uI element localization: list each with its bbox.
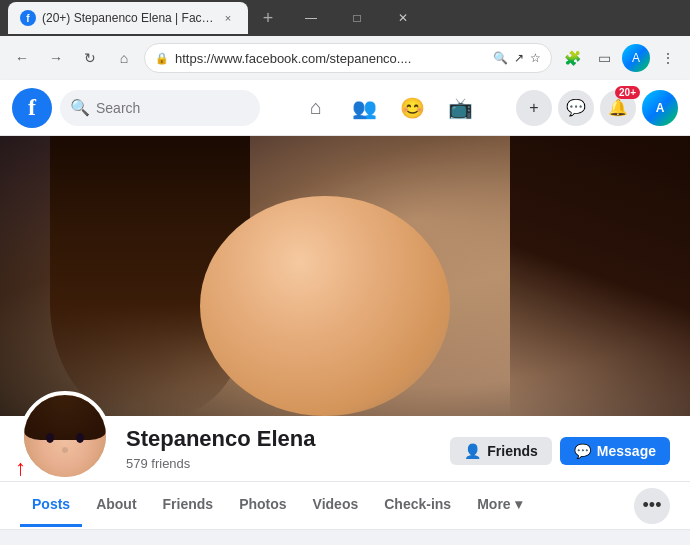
nav-item-posts[interactable]: Posts — [20, 484, 82, 527]
more-options-button[interactable]: ••• — [634, 488, 670, 524]
extensions-button[interactable]: 🧩 — [558, 44, 586, 72]
messenger-icon: 💬 — [566, 98, 586, 117]
profile-nav-items: Posts About Friends Photos Videos Check-… — [20, 484, 634, 527]
star-icon: ☆ — [530, 51, 541, 65]
maximize-button[interactable]: □ — [334, 3, 380, 33]
profile-section: ↑ Stepanenco Elena 579 friends 👤 Friends… — [0, 416, 690, 482]
profile-friends-count: 579 friends — [126, 456, 434, 471]
watch-nav-button[interactable]: 😊 — [390, 86, 434, 130]
bell-icon: 🔔 — [608, 98, 628, 117]
new-tab-button[interactable]: + — [254, 4, 282, 32]
search-input[interactable] — [96, 100, 226, 116]
message-button[interactable]: 💬 Message — [560, 437, 670, 465]
back-button[interactable]: ← — [8, 44, 36, 72]
search-icon: 🔍 — [493, 51, 508, 65]
home-nav-button[interactable]: ⌂ — [294, 86, 338, 130]
nav-item-videos[interactable]: Videos — [301, 484, 371, 527]
marketplace-nav-button[interactable]: 📺 — [438, 86, 482, 130]
tab-title: (20+) Stepanenco Elena | Facebo... — [42, 11, 214, 25]
reload-button[interactable]: ↻ — [76, 44, 104, 72]
profile-actions: 👤 Friends 💬 Message — [450, 421, 670, 481]
nav-actions: 🧩 ▭ A ⋮ — [558, 44, 682, 72]
facebook-nav: ⌂ 👥 😊 📺 — [268, 86, 508, 130]
address-bar[interactable]: 🔒 https://www.facebook.com/stepanenco...… — [144, 43, 552, 73]
create-button[interactable]: + — [516, 90, 552, 126]
profile-menu-button[interactable]: A — [642, 90, 678, 126]
notifications-button[interactable]: 🔔 20+ — [600, 90, 636, 126]
message-icon: 💬 — [574, 443, 591, 459]
nav-item-about[interactable]: About — [84, 484, 148, 527]
home-button[interactable]: ⌂ — [110, 44, 138, 72]
profile-gradient-icon: A — [656, 101, 665, 115]
nav-item-photos[interactable]: Photos — [227, 484, 298, 527]
profile-info: Stepanenco Elena 579 friends — [126, 416, 434, 481]
browser-nav-bar: ← → ↻ ⌂ 🔒 https://www.facebook.com/stepa… — [0, 36, 690, 80]
forward-button[interactable]: → — [42, 44, 70, 72]
facebook-toolbar: f 🔍 ⌂ 👥 😊 📺 + 💬 🔔 20+ A — [0, 80, 690, 136]
sidebar-button[interactable]: ▭ — [590, 44, 618, 72]
browser-tab[interactable]: f (20+) Stepanenco Elena | Facebo... × — [8, 2, 248, 34]
avatar-hair — [24, 395, 106, 440]
title-bar: f (20+) Stepanenco Elena | Facebo... × +… — [0, 0, 690, 36]
close-button[interactable]: ✕ — [380, 3, 426, 33]
facebook-right-toolbar: + 💬 🔔 20+ A — [516, 90, 678, 126]
lock-icon: 🔒 — [155, 52, 169, 65]
notification-badge: 20+ — [615, 86, 640, 99]
facebook-logo[interactable]: f — [12, 88, 52, 128]
address-text: https://www.facebook.com/stepanenco.... — [175, 51, 487, 66]
menu-button[interactable]: ⋮ — [654, 44, 682, 72]
friends-nav-button[interactable]: 👥 — [342, 86, 386, 130]
red-arrow-indicator: ↑ — [15, 455, 26, 481]
minimize-button[interactable]: — — [288, 3, 334, 33]
tab-close-button[interactable]: × — [220, 10, 236, 26]
messenger-button[interactable]: 💬 — [558, 90, 594, 126]
profile-navigation: Posts About Friends Photos Videos Check-… — [0, 482, 690, 530]
nav-item-friends[interactable]: Friends — [151, 484, 226, 527]
search-icon: 🔍 — [70, 98, 90, 117]
nav-item-checkins[interactable]: Check-ins — [372, 484, 463, 527]
bottom-section: Intro A Write something to Stepanenco...… — [0, 530, 690, 545]
profile-name: Stepanenco Elena — [126, 426, 434, 452]
friends-button[interactable]: 👤 Friends — [450, 437, 552, 465]
cover-photo — [0, 136, 690, 416]
profile-button[interactable]: A — [622, 44, 650, 72]
facebook-search[interactable]: 🔍 — [60, 90, 260, 126]
person-icon: 👤 — [464, 443, 481, 459]
window-controls: — □ ✕ — [288, 3, 426, 33]
profile-avatar[interactable] — [20, 391, 110, 481]
share-icon: ↗ — [514, 51, 524, 65]
nav-item-more[interactable]: More ▾ — [465, 484, 533, 527]
profile-avatar-wrapper: ↑ — [20, 391, 110, 481]
tab-favicon: f — [20, 10, 36, 26]
